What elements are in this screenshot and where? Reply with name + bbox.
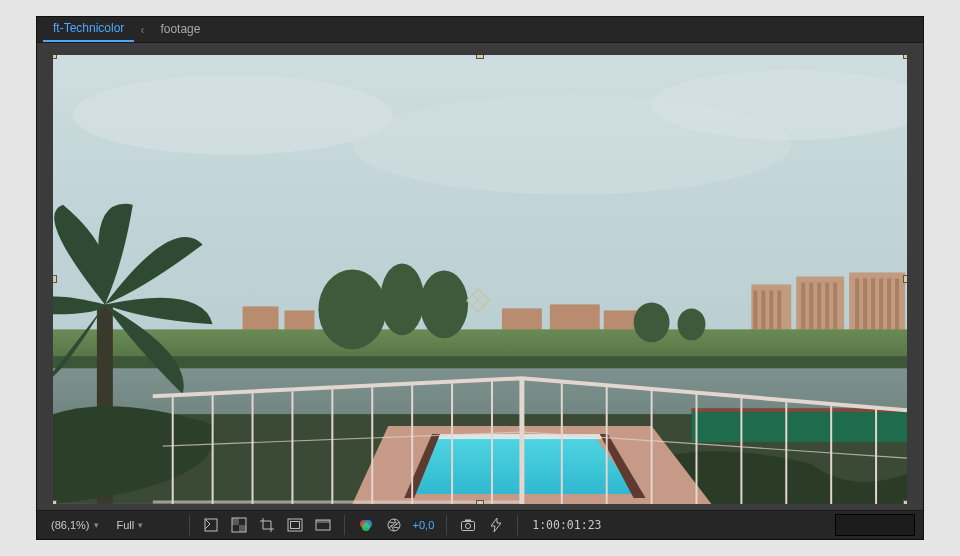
svg-rect-14 bbox=[825, 282, 829, 330]
tab-active-comp[interactable]: ft-Technicolor bbox=[43, 17, 134, 42]
svg-rect-72 bbox=[316, 520, 330, 523]
camera-icon bbox=[460, 517, 476, 533]
svg-rect-77 bbox=[462, 521, 475, 530]
svg-rect-11 bbox=[801, 282, 805, 330]
exposure-aperture-button[interactable] bbox=[383, 514, 405, 536]
svg-point-32 bbox=[380, 264, 424, 336]
region-of-interest-button[interactable] bbox=[256, 514, 278, 536]
svg-point-1 bbox=[73, 75, 392, 155]
svg-point-75 bbox=[362, 523, 370, 531]
tab-footage[interactable]: footage bbox=[150, 18, 210, 41]
separator bbox=[517, 515, 518, 535]
composition-viewport[interactable] bbox=[53, 55, 907, 504]
handle-bl[interactable] bbox=[53, 500, 57, 504]
svg-point-31 bbox=[318, 269, 386, 349]
current-timecode[interactable]: 1:00:01:23 bbox=[528, 518, 601, 532]
zoom-dropdown[interactable]: (86,1%) ▾ bbox=[45, 514, 105, 536]
svg-rect-12 bbox=[809, 282, 813, 330]
svg-rect-67 bbox=[232, 518, 239, 525]
svg-rect-68 bbox=[239, 525, 246, 532]
svg-rect-7 bbox=[753, 290, 757, 330]
mask-icon bbox=[203, 517, 219, 533]
footage-image bbox=[53, 55, 907, 504]
exposure-value[interactable]: +0,0 bbox=[411, 519, 437, 531]
comp-tab-bar: ft-Technicolor ‹ footage bbox=[37, 17, 923, 43]
composition-panel: ft-Technicolor ‹ footage bbox=[36, 16, 924, 540]
svg-rect-21 bbox=[895, 278, 899, 330]
svg-marker-80 bbox=[491, 518, 501, 532]
resolution-dropdown[interactable]: Full ▾ bbox=[111, 514, 179, 536]
channel-button[interactable] bbox=[312, 514, 334, 536]
svg-rect-9 bbox=[769, 290, 773, 330]
svg-rect-8 bbox=[761, 290, 765, 330]
svg-rect-18 bbox=[871, 278, 875, 330]
svg-rect-10 bbox=[777, 290, 781, 330]
resolution-value: Full bbox=[117, 519, 135, 531]
snapshot-button[interactable] bbox=[457, 514, 479, 536]
svg-rect-15 bbox=[833, 282, 837, 330]
svg-rect-70 bbox=[290, 521, 299, 528]
transparency-grid-icon bbox=[231, 517, 247, 533]
svg-rect-20 bbox=[887, 278, 891, 330]
svg-rect-19 bbox=[879, 278, 883, 330]
svg-rect-13 bbox=[817, 282, 821, 330]
title-safe-button[interactable] bbox=[284, 514, 306, 536]
crop-icon bbox=[259, 517, 275, 533]
handle-tl[interactable] bbox=[53, 55, 57, 59]
svg-rect-79 bbox=[465, 519, 471, 522]
handle-tr[interactable] bbox=[903, 55, 907, 59]
aperture-icon bbox=[386, 517, 402, 533]
safe-zones-icon bbox=[287, 517, 303, 533]
chevron-down-icon: ▾ bbox=[138, 520, 143, 530]
svg-point-78 bbox=[466, 523, 471, 528]
lightning-icon bbox=[488, 517, 504, 533]
svg-rect-29 bbox=[53, 356, 907, 368]
viewport-container bbox=[37, 43, 923, 510]
chevron-down-icon: ▾ bbox=[94, 520, 99, 530]
breadcrumb-separator: ‹ bbox=[138, 23, 146, 37]
zoom-value: (86,1%) bbox=[51, 519, 90, 531]
svg-point-35 bbox=[678, 308, 706, 340]
handle-br[interactable] bbox=[903, 500, 907, 504]
svg-rect-16 bbox=[855, 278, 859, 330]
svg-rect-37 bbox=[692, 410, 907, 442]
svg-point-33 bbox=[420, 270, 468, 338]
channels-icon bbox=[315, 517, 331, 533]
viewer-toolbar: (86,1%) ▾ Full ▾ bbox=[37, 510, 923, 539]
rgb-icon bbox=[358, 517, 374, 533]
handle-tc[interactable] bbox=[476, 55, 484, 59]
handle-bc[interactable] bbox=[476, 500, 484, 504]
color-management-button[interactable] bbox=[355, 514, 377, 536]
preview-time-field[interactable] bbox=[835, 514, 915, 536]
separator bbox=[189, 515, 190, 535]
mask-visibility-button[interactable] bbox=[200, 514, 222, 536]
separator bbox=[446, 515, 447, 535]
handle-ml[interactable] bbox=[53, 275, 57, 283]
separator bbox=[344, 515, 345, 535]
transparency-grid-button[interactable] bbox=[228, 514, 250, 536]
svg-rect-17 bbox=[863, 278, 867, 330]
svg-point-76 bbox=[388, 519, 400, 531]
handle-mr[interactable] bbox=[903, 275, 907, 283]
fast-previews-button[interactable] bbox=[485, 514, 507, 536]
svg-point-34 bbox=[634, 302, 670, 342]
